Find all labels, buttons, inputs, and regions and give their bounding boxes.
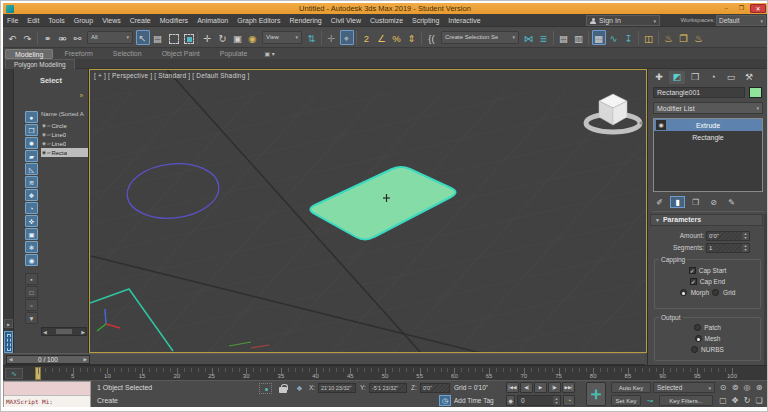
key-filters-button[interactable]: Key Filters... [659, 395, 713, 406]
time-tag-clock-icon[interactable]: ◷ [439, 395, 451, 406]
material-editor-icon[interactable]: ◫ [642, 30, 656, 45]
menu-item[interactable]: Edit [27, 17, 39, 24]
key-set-dropdown[interactable]: Selected ▾ [653, 382, 715, 393]
toggle-ribbon-icon[interactable]: ▦ [592, 30, 606, 45]
utilities-tab-icon[interactable]: ⚒ [741, 71, 757, 84]
show-end-result-icon[interactable]: ▮ [670, 196, 685, 208]
use-pivot-point-center-icon[interactable]: ⇅ [305, 30, 319, 45]
spinner-icon[interactable]: ▲▼ [742, 232, 749, 240]
play-button[interactable]: ▶ [534, 382, 547, 393]
explorer-row[interactable]: ◉ ▱ Line0 [41, 139, 88, 148]
select-and-place-icon[interactable]: ◉ [246, 30, 260, 45]
radio-icon[interactable] [694, 324, 701, 331]
go-to-end-button[interactable]: ▶▶| [562, 382, 575, 393]
menu-item[interactable]: Tools [48, 17, 64, 24]
time-slider[interactable]: ◀ 0 / 100 ▶ [5, 353, 645, 365]
select-and-rotate-icon[interactable]: ↻ [216, 30, 230, 45]
angle-snap-toggle-icon[interactable]: ∠ [375, 30, 389, 45]
viewport-layout-tab[interactable] [4, 331, 13, 353]
nurbs-option[interactable]: NURBS [655, 344, 760, 355]
ribbon-tab[interactable]: Populate [211, 49, 257, 59]
curve-editor-icon[interactable]: ∿ [607, 30, 621, 45]
modifier-stack-row[interactable]: ◉ Rectangle [654, 131, 762, 143]
select-and-manipulate-icon[interactable]: ✛ [325, 30, 339, 45]
trackbar-ruler[interactable]: 5101520253035404550556065707580859095100 [27, 366, 763, 381]
maximize-viewport-icon[interactable]: ❏ [753, 395, 765, 406]
ribbon-config-icon[interactable]: ▣ ▾ [264, 50, 274, 57]
undo-icon[interactable]: ↶ [6, 30, 20, 45]
rendered-frame-window-icon[interactable]: ❐ [677, 30, 691, 45]
menu-item[interactable]: Create [130, 17, 151, 24]
edit-named-selection-sets-icon[interactable]: {( [425, 30, 439, 45]
title-bar[interactable]: Untitled - Autodesk 3ds Max 2019 - Stude… [3, 3, 767, 14]
scrollbar-thumb[interactable] [56, 329, 72, 334]
display-tab-icon[interactable]: ▭ [723, 71, 739, 84]
add-time-tag[interactable]: Add Time Tag [454, 397, 494, 404]
filter-funnel-icon[interactable]: ▼ [25, 312, 38, 324]
display-hidden-icon[interactable]: ◉ [25, 254, 38, 266]
menu-item[interactable]: Scripting [412, 17, 439, 24]
render-production-icon[interactable]: ♨ [692, 30, 706, 45]
key-mode-toggle-icon[interactable]: ◆ [506, 395, 515, 406]
scroll-right-icon[interactable]: ▶ [81, 329, 85, 335]
remove-modifier-icon[interactable]: ⊘ [706, 196, 721, 208]
close-button[interactable]: ✕ [750, 4, 766, 13]
display-swatch-icon[interactable]: □ [25, 286, 38, 298]
workspaces-dropdown[interactable]: Default ▾ [716, 15, 766, 26]
menu-item[interactable]: Civil View [331, 17, 361, 24]
radio-selected-icon[interactable] [695, 335, 702, 342]
macro-recorder-field[interactable] [4, 382, 90, 396]
modify-tab-icon[interactable]: ◩ [669, 71, 685, 84]
zoom-region-icon[interactable]: ▢ [717, 395, 729, 406]
display-frame-icon[interactable]: ▫ [25, 299, 38, 311]
schematic-view-icon[interactable]: ↧ [622, 30, 636, 45]
explorer-row[interactable]: ◉ ▱ Circle [41, 121, 88, 130]
pin-stack-icon[interactable]: ✐ [652, 196, 667, 208]
orbit-icon[interactable]: ↻ [741, 395, 753, 406]
menu-item[interactable]: File [7, 17, 18, 24]
x-coordinate-field[interactable]: 21'10 23/32" [318, 383, 356, 393]
keyboard-shortcut-override-icon[interactable]: ⌖ [340, 30, 354, 45]
time-slider-handle[interactable]: ◀ 0 / 100 ▶ [6, 355, 90, 364]
pan-icon[interactable]: ✥ [729, 395, 741, 406]
display-materials-icon[interactable]: ▪ [25, 273, 38, 285]
spinner-icon[interactable]: ▲▼ [742, 244, 749, 252]
select-object-icon[interactable]: ↖ [136, 30, 150, 45]
panel-scrollbar[interactable] [764, 214, 767, 365]
named-selection-sets-dropdown[interactable]: Create Selection Se▾ [441, 31, 519, 44]
radio-icon[interactable] [691, 346, 698, 353]
visibility-icon[interactable]: ◉ [42, 123, 46, 128]
display-geometry-icon[interactable]: ● [25, 111, 38, 123]
next-frame-icon[interactable]: ▶ [84, 356, 87, 364]
select-by-name-icon[interactable]: ▤ [151, 30, 165, 45]
menu-item[interactable]: Group [74, 17, 93, 24]
display-space-warps-icon[interactable]: ≋ [25, 176, 38, 188]
track-bar[interactable]: ∿ 51015202530354045505560657075808590951… [3, 365, 767, 380]
viewport-label[interactable]: [ + ] [ Perspective ] [ Standard ] [ Def… [94, 72, 250, 79]
next-frame-button[interactable]: |▶ [548, 382, 561, 393]
perspective-viewport[interactable]: [ + ] [ Perspective ] [ Standard ] [ Def… [89, 69, 647, 353]
mini-curve-editor-button[interactable]: ∿ [5, 368, 23, 379]
selection-filter-dropdown[interactable]: All▾ [87, 31, 133, 44]
explorer-column-header[interactable]: Name (Sorted A [41, 111, 88, 121]
align-icon[interactable]: ≣ [537, 30, 551, 45]
cap-start-row[interactable]: ✓ Cap Start [655, 265, 760, 276]
y-coordinate-field[interactable]: -5'1 23/32" [369, 383, 407, 393]
checkbox-checked-icon[interactable]: ✓ [689, 267, 696, 274]
render-setup-icon[interactable]: ♨ [662, 30, 676, 45]
toggle-layer-explorer-icon[interactable]: ▤ [557, 30, 571, 45]
menu-item[interactable]: Animation [197, 17, 228, 24]
snaps-toggle-icon[interactable]: 2 [360, 30, 374, 45]
unlink-selection-icon[interactable]: ⚮ [56, 30, 70, 45]
make-unique-icon[interactable]: ❐ [688, 196, 703, 208]
radio-selected-icon[interactable] [680, 289, 687, 296]
previous-frame-button[interactable]: ◀| [520, 382, 533, 393]
menu-item[interactable]: Interactive [448, 17, 480, 24]
menu-item[interactable]: Customize [370, 17, 403, 24]
menu-item[interactable]: Views [102, 17, 121, 24]
redo-icon[interactable]: ↷ [21, 30, 35, 45]
zoom-extents-icon[interactable]: ◎ [741, 382, 753, 393]
explorer-row[interactable]: ◉ ▱ Recta [41, 148, 88, 157]
absolute-mode-icon[interactable]: ❖ [293, 383, 306, 394]
modifier-list-dropdown[interactable]: Modifier List ▾ [653, 102, 763, 114]
